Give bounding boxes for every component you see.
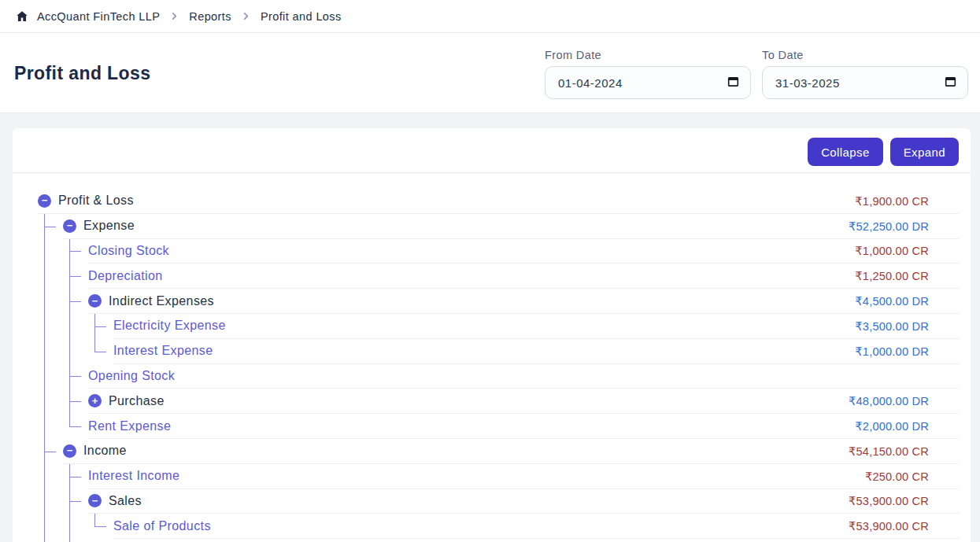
collapse-node-icon[interactable] [63, 219, 76, 233]
group-label[interactable]: Expense [83, 219, 135, 233]
amount-value: ₹52,250.00 DR [849, 219, 959, 233]
from-date-label: From Date [545, 49, 751, 61]
tree-row: Income ₹54,150.00 CR [63, 439, 959, 464]
amount-value: ₹1,000.00 CR [855, 244, 959, 257]
from-date-input[interactable]: 01-04-2024 [545, 66, 751, 99]
ledger-link[interactable]: Interest Income [88, 469, 179, 483]
group-label[interactable]: Sales [109, 494, 142, 508]
to-date-value[interactable]: 31-03-2025 [775, 76, 945, 90]
ledger-link[interactable]: Interest Expense [113, 344, 213, 358]
tree-row: Sale of Products ₹53,900.00 CR [113, 514, 959, 539]
calendar-icon[interactable] [945, 76, 956, 90]
breadcrumb: AccQuant FinTech LLP Reports Profit and … [0, 0, 980, 33]
amount-value: ₹2,000.00 DR [855, 419, 959, 433]
breadcrumb-item-company[interactable]: AccQuant FinTech LLP [37, 10, 160, 23]
tree-row: Interest Expense ₹1,000.00 DR [113, 339, 959, 364]
to-date-label: To Date [762, 49, 968, 61]
breadcrumb-item-current[interactable]: Profit and Loss [261, 10, 342, 23]
amount-value: ₹1,250.00 CR [855, 269, 959, 282]
page-header: Profit and Loss From Date 01-04-2024 To … [0, 33, 980, 113]
from-date-field: From Date 01-04-2024 [545, 49, 751, 112]
amount-value: ₹1,000.00 DR [855, 345, 959, 358]
tree-row: Indirect Expenses ₹4,500.00 DR [88, 289, 959, 314]
collapse-node-icon[interactable] [63, 444, 76, 458]
to-date-input[interactable]: 31-03-2025 [762, 66, 968, 99]
tree-row: Interest Income ₹250.00 CR [88, 464, 959, 489]
group-label[interactable]: Purchase [109, 394, 165, 408]
amount-value: ₹48,000.00 DR [849, 394, 959, 407]
tree-row: Profit & Loss ₹1,900.00 CR [38, 189, 959, 214]
tree-row: Electricity Expense ₹3,500.00 DR [113, 314, 959, 339]
tree-row: Sales ₹53,900.00 CR [88, 489, 959, 514]
amount-value: ₹53,900.00 CR [849, 519, 959, 533]
collapse-node-icon[interactable] [38, 194, 51, 208]
tree-row: Rent Expense ₹2,000.00 DR [88, 414, 959, 439]
date-filter-group: From Date 01-04-2024 To Date 31-03-2025 [545, 33, 968, 112]
ledger-link[interactable]: Sale of Products [113, 519, 211, 533]
expand-button[interactable]: Expand [890, 138, 959, 166]
amount-value: ₹3,500.00 DR [855, 319, 959, 333]
calendar-icon[interactable] [727, 76, 739, 90]
ledger-link[interactable]: Depreciation [88, 269, 163, 283]
tree-row: Opening Stock [88, 364, 959, 389]
collapse-node-icon[interactable] [88, 494, 102, 507]
tree-row: Expense ₹52,250.00 DR [63, 214, 959, 239]
amount-value: ₹53,900.00 CR [849, 494, 959, 507]
collapse-node-icon[interactable] [88, 294, 102, 308]
amount-value: ₹54,150.00 CR [849, 444, 959, 458]
amount-value: ₹250.00 CR [865, 470, 959, 483]
tree-row: Depreciation ₹1,250.00 CR [88, 264, 959, 289]
ledger-link[interactable]: Rent Expense [88, 419, 171, 433]
page-title: Profit and Loss [14, 63, 150, 112]
ledger-link[interactable]: Electricity Expense [113, 319, 226, 333]
amount-value: ₹1,900.00 CR [855, 194, 959, 208]
ledger-link[interactable]: Opening Stock [88, 369, 175, 383]
report-card: Collapse Expand Profit & Loss ₹1,900.00 … [13, 128, 971, 542]
chevron-right-icon [170, 12, 179, 20]
home-icon[interactable] [16, 10, 28, 23]
group-label[interactable]: Indirect Expenses [109, 294, 214, 308]
amount-value: ₹4,500.00 DR [855, 294, 959, 308]
group-label[interactable]: Income [83, 444, 127, 458]
tree-row: Purchase ₹48,000.00 DR [88, 389, 959, 414]
profit-loss-tree: Profit & Loss ₹1,900.00 CR Expense ₹52,2… [13, 173, 971, 539]
tree-toolbar: Collapse Expand [13, 128, 971, 173]
chevron-right-icon [242, 12, 250, 20]
tree-row: Closing Stock ₹1,000.00 CR [88, 239, 959, 264]
group-label[interactable]: Profit & Loss [58, 194, 134, 208]
expand-node-icon[interactable] [88, 394, 102, 407]
breadcrumb-item-reports[interactable]: Reports [189, 10, 231, 23]
ledger-link[interactable]: Closing Stock [88, 244, 169, 258]
collapse-button[interactable]: Collapse [808, 138, 883, 166]
to-date-field: To Date 31-03-2025 [762, 49, 968, 112]
from-date-value[interactable]: 01-04-2024 [558, 76, 727, 90]
